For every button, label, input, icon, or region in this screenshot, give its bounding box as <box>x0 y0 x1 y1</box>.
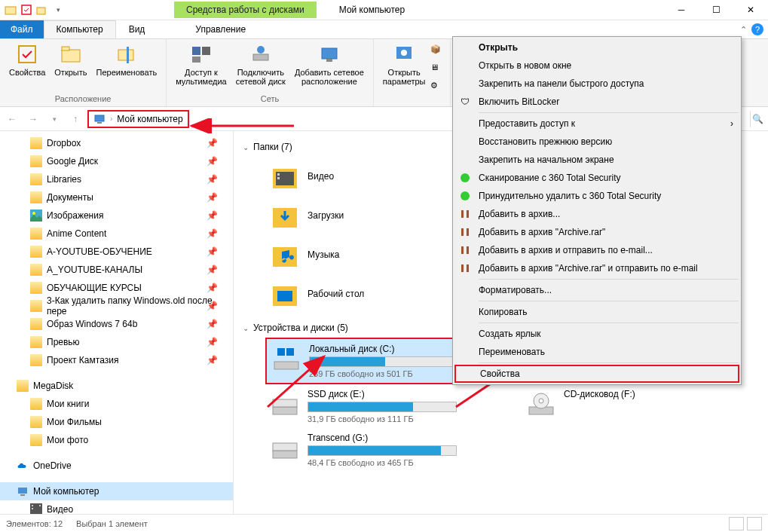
context-menu-item[interactable]: Создать ярлык <box>454 325 739 343</box>
svg-point-48 <box>460 191 470 200</box>
context-menu-item[interactable]: Восстановить прежнюю версию <box>454 133 739 151</box>
context-menu-item[interactable]: Копировать <box>454 303 739 321</box>
media-access-button[interactable]: Доступ к мультимедиа <box>173 41 230 87</box>
tree-item[interactable]: Dropbox📌 <box>0 134 233 152</box>
drive-usage-bar <box>308 402 457 412</box>
breadcrumb[interactable]: › Мой компьютер <box>87 110 189 128</box>
context-menu-item[interactable]: Принудительно удалить с 360 Total Securi… <box>454 187 739 205</box>
context-menu-item[interactable]: Закрепить на начальном экране <box>454 151 739 169</box>
drive-tile[interactable]: SSD диск (E:)31,9 ГБ свободно из 111 ГБ <box>265 384 461 428</box>
context-menu-item[interactable]: Добавить в архив "Archive.rar" <box>454 223 739 241</box>
tree-item[interactable]: Видео <box>0 500 233 514</box>
tree-item[interactable]: Образ Windows 7 64b📌 <box>0 315 233 333</box>
svg-rect-11 <box>253 54 268 60</box>
drive-tile[interactable]: CD-дисковод (F:) <box>522 384 718 428</box>
folder-tile[interactable]: Музыка <box>265 235 461 274</box>
ribbon-group-system: Открыть параметры 📦 🖥 ⚙ <box>374 39 451 106</box>
context-menu-item[interactable]: 🛡Включить BitLocker <box>454 93 739 111</box>
context-menu-item[interactable]: Предоставить доступ к› <box>454 115 739 133</box>
svg-rect-18 <box>97 122 102 124</box>
drive-tile[interactable]: Локальный диск (C:)239 ГБ свободно из 50… <box>265 338 461 384</box>
context-menu-label: Сканирование с 360 Total Security <box>479 173 621 183</box>
svg-rect-10 <box>192 57 200 63</box>
tree-item[interactable]: Anime Content📌 <box>0 225 233 243</box>
tab-manage[interactable]: Управление <box>180 20 261 38</box>
recent-dropdown[interactable]: ▾ <box>45 110 63 128</box>
collapse-ribbon-icon[interactable]: ⌃ <box>740 25 747 35</box>
titlebar: ▾ Средства работы с дисками Мой компьюте… <box>0 0 768 20</box>
context-menu-item[interactable]: Открыть в новом окне <box>454 57 739 75</box>
drive-tile[interactable]: Transcend (G:)48,4 ГБ свободно из 465 ГБ <box>265 428 461 472</box>
help-icon[interactable]: ? <box>751 23 763 35</box>
context-menu-label: Форматировать... <box>479 285 552 295</box>
pin-icon: 📌 <box>207 210 218 221</box>
details-view-button[interactable] <box>729 517 744 530</box>
context-menu-item[interactable]: Открыть <box>454 38 739 57</box>
forward-button[interactable]: → <box>24 110 42 128</box>
tree-item[interactable]: MegaDisk <box>0 377 233 395</box>
context-menu-item[interactable]: Сканирование с 360 Total Security <box>454 169 739 187</box>
add-network-location-button[interactable]: Добавить сетевое расположение <box>292 41 367 87</box>
context-menu-item[interactable]: Добавить в архив и отправить по e-mail..… <box>454 241 739 259</box>
folder-icon <box>17 380 29 392</box>
tree-item-label: Мои фото <box>47 435 88 445</box>
system-properties-button[interactable]: 🖥 <box>430 60 442 77</box>
tree-item[interactable]: A-YOUTUBE-ОБУЧЕНИЕ📌 <box>0 243 233 261</box>
tree-item[interactable]: Мои фото <box>0 431 233 449</box>
large-icons-view-button[interactable] <box>747 517 762 530</box>
tree-item[interactable]: ОБУЧАЮЩИЕ КУРСЫ📌 <box>0 279 233 297</box>
tree-item[interactable]: Мои книги <box>0 395 233 413</box>
rename-button[interactable]: Переименовать <box>93 41 161 78</box>
minimize-button[interactable]: ─ <box>664 0 699 20</box>
winrar-icon <box>459 208 471 220</box>
close-button[interactable]: ✕ <box>733 0 768 20</box>
qat-dropdown-icon[interactable]: ▾ <box>52 4 64 16</box>
tree-item-label: Мои книги <box>47 399 90 409</box>
tree-item[interactable]: 3-Как удалить папку Windows.old после пе… <box>0 297 233 315</box>
tree-item[interactable]: Превью📌 <box>0 333 233 351</box>
pin-icon: 📌 <box>207 138 218 148</box>
file-tab[interactable]: Файл <box>0 20 44 38</box>
svg-point-44 <box>539 399 543 403</box>
tree-item[interactable]: Libraries📌 <box>0 170 233 188</box>
properties-icon[interactable] <box>20 4 32 16</box>
folder-tile[interactable]: Загрузки <box>265 196 461 235</box>
manage-button[interactable]: ⚙ <box>430 78 442 95</box>
tree-item[interactable]: A_YOUTUBE-КАНАЛЫ📌 <box>0 261 233 279</box>
context-menu-item[interactable]: Свойства <box>454 365 739 383</box>
map-network-drive-button[interactable]: Подключить сетевой диск <box>233 41 289 87</box>
context-menu-item[interactable]: Форматировать... <box>454 281 739 299</box>
properties-button[interactable]: Свойства <box>6 41 48 78</box>
tree-item-label: 3-Как удалить папку Windows.old после пе… <box>47 295 233 316</box>
navigation-pane: Dropbox📌Google Диск📌Libraries📌Документы📌… <box>0 131 234 514</box>
tree-item-label: OneDrive <box>33 460 72 471</box>
tree-item[interactable]: Проект Камтазия📌 <box>0 351 233 369</box>
drive-free-space: 239 ГБ свободно из 501 ГБ <box>309 369 455 378</box>
context-menu-item[interactable]: Добавить в архив "Archive.rar" и отправи… <box>454 259 739 277</box>
svg-rect-7 <box>127 47 129 63</box>
maximize-button[interactable]: ☐ <box>699 0 733 20</box>
folder-tile[interactable]: Видео <box>265 157 461 196</box>
context-menu-item[interactable]: Добавить в архив... <box>454 205 739 223</box>
tree-item[interactable]: Изображения📌 <box>0 206 233 225</box>
folder-name: Загрузки <box>308 210 344 221</box>
context-menu-item[interactable]: Закрепить на панели быстрого доступа <box>454 75 739 93</box>
up-button[interactable]: ↑ <box>66 110 84 128</box>
tab-view[interactable]: Вид <box>116 20 158 38</box>
tree-item[interactable]: OneDrive <box>0 457 233 475</box>
open-settings-button[interactable]: Открыть параметры <box>380 41 429 87</box>
uninstall-programs-button[interactable]: 📦 <box>430 42 442 59</box>
folder-icon <box>270 200 300 231</box>
tree-item[interactable]: Документы📌 <box>0 188 233 206</box>
tree-item[interactable]: Мои Фильмы <box>0 413 233 431</box>
tree-item[interactable]: Мой компьютер <box>0 482 233 500</box>
new-folder-icon[interactable] <box>36 4 48 16</box>
tree-item[interactable]: Google Диск📌 <box>0 152 233 170</box>
open-button[interactable]: Открыть <box>51 41 90 78</box>
tab-computer[interactable]: Компьютер <box>44 20 116 38</box>
context-menu-item[interactable]: Переименовать <box>454 343 739 361</box>
search-box[interactable]: 🔍 <box>750 111 765 127</box>
folder-name: Музыка <box>308 249 339 260</box>
folder-tile[interactable]: Рабочий стол <box>265 274 461 313</box>
back-button[interactable]: ← <box>3 110 21 128</box>
